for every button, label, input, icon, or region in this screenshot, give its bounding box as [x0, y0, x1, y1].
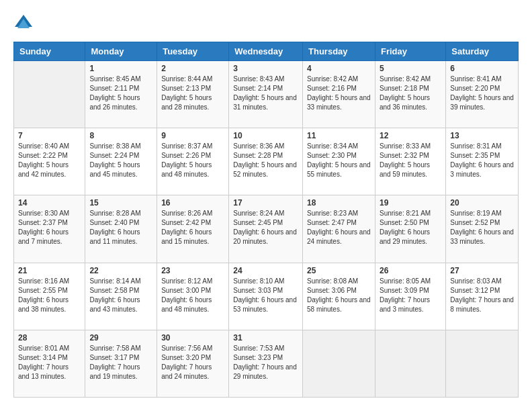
- day-number: 23: [161, 266, 224, 275]
- day-number: 7: [18, 131, 81, 140]
- day-info: Sunrise: 8:24 AM Sunset: 2:45 PM Dayligh…: [233, 209, 298, 246]
- calendar-day: 29 Sunrise: 7:58 AM Sunset: 3:17 PM Dayl…: [85, 330, 157, 397]
- calendar-day: 27 Sunrise: 8:03 AM Sunset: 3:12 PM Dayl…: [446, 263, 519, 330]
- day-info: Sunrise: 8:44 AM Sunset: 2:13 PM Dayligh…: [161, 75, 224, 112]
- day-number: 18: [307, 198, 371, 208]
- day-info: Sunrise: 8:41 AM Sunset: 2:20 PM Dayligh…: [450, 75, 514, 112]
- day-info: Sunrise: 8:10 AM Sunset: 3:03 PM Dayligh…: [233, 277, 298, 314]
- day-info: Sunrise: 8:12 AM Sunset: 3:00 PM Dayligh…: [161, 277, 224, 314]
- calendar-day: 6 Sunrise: 8:41 AM Sunset: 2:20 PM Dayli…: [446, 61, 519, 128]
- day-number: 14: [18, 198, 81, 208]
- calendar-week: 14 Sunrise: 8:30 AM Sunset: 2:37 PM Dayl…: [14, 195, 519, 263]
- day-info: Sunrise: 7:58 AM Sunset: 3:17 PM Dayligh…: [89, 344, 152, 381]
- calendar-day: 25 Sunrise: 8:08 AM Sunset: 3:06 PM Dayl…: [303, 263, 375, 330]
- day-info: Sunrise: 8:42 AM Sunset: 2:18 PM Dayligh…: [380, 75, 441, 112]
- calendar-day: 21 Sunrise: 8:16 AM Sunset: 2:55 PM Dayl…: [14, 263, 85, 330]
- day-info: Sunrise: 8:33 AM Sunset: 2:32 PM Dayligh…: [380, 142, 441, 179]
- day-number: 17: [233, 198, 298, 208]
- day-number: 24: [233, 266, 298, 275]
- calendar: SundayMondayTuesdayWednesdayThursdayFrid…: [13, 42, 519, 398]
- calendar-day: [14, 61, 85, 128]
- day-number: 29: [89, 333, 152, 342]
- day-info: Sunrise: 8:16 AM Sunset: 2:55 PM Dayligh…: [18, 277, 81, 314]
- logo-icon: [13, 13, 34, 34]
- weekday-header: Tuesday: [157, 42, 229, 61]
- calendar-day: 30 Sunrise: 7:56 AM Sunset: 3:20 PM Dayl…: [157, 330, 229, 397]
- day-info: Sunrise: 8:23 AM Sunset: 2:47 PM Dayligh…: [307, 209, 371, 246]
- day-info: Sunrise: 8:36 AM Sunset: 2:28 PM Dayligh…: [233, 142, 298, 179]
- calendar-day: 31 Sunrise: 7:53 AM Sunset: 3:23 PM Dayl…: [229, 330, 303, 397]
- calendar-day: 20 Sunrise: 8:19 AM Sunset: 2:52 PM Dayl…: [446, 195, 519, 263]
- weekday-header: Monday: [85, 42, 157, 61]
- calendar-day: 15 Sunrise: 8:28 AM Sunset: 2:40 PM Dayl…: [85, 195, 157, 263]
- weekday-header: Saturday: [446, 42, 519, 61]
- day-number: 28: [18, 333, 81, 342]
- calendar-day: 22 Sunrise: 8:14 AM Sunset: 2:58 PM Dayl…: [85, 263, 157, 330]
- day-number: 30: [161, 333, 224, 342]
- weekday-header: Wednesday: [229, 42, 303, 61]
- calendar-day: 16 Sunrise: 8:26 AM Sunset: 2:42 PM Dayl…: [157, 195, 229, 263]
- day-number: 2: [161, 64, 224, 73]
- day-info: Sunrise: 8:42 AM Sunset: 2:16 PM Dayligh…: [307, 75, 371, 112]
- calendar-day: 2 Sunrise: 8:44 AM Sunset: 2:13 PM Dayli…: [157, 61, 229, 128]
- weekday-header: Thursday: [303, 42, 375, 61]
- calendar-day: 24 Sunrise: 8:10 AM Sunset: 3:03 PM Dayl…: [229, 263, 303, 330]
- calendar-week: 1 Sunrise: 8:45 AM Sunset: 2:11 PM Dayli…: [14, 61, 519, 128]
- calendar-day: 11 Sunrise: 8:34 AM Sunset: 2:30 PM Dayl…: [303, 128, 375, 195]
- calendar-day: 4 Sunrise: 8:42 AM Sunset: 2:16 PM Dayli…: [303, 61, 375, 128]
- weekday-header: Friday: [375, 42, 445, 61]
- calendar-day: 7 Sunrise: 8:40 AM Sunset: 2:22 PM Dayli…: [14, 128, 85, 195]
- calendar-day: 23 Sunrise: 8:12 AM Sunset: 3:00 PM Dayl…: [157, 263, 229, 330]
- day-number: 4: [307, 64, 371, 73]
- day-info: Sunrise: 8:08 AM Sunset: 3:06 PM Dayligh…: [307, 277, 371, 314]
- calendar-day: 13 Sunrise: 8:31 AM Sunset: 2:35 PM Dayl…: [446, 128, 519, 195]
- calendar-week: 7 Sunrise: 8:40 AM Sunset: 2:22 PM Dayli…: [14, 128, 519, 195]
- calendar-day: 19 Sunrise: 8:21 AM Sunset: 2:50 PM Dayl…: [375, 195, 445, 263]
- day-number: 27: [450, 266, 514, 275]
- day-info: Sunrise: 8:19 AM Sunset: 2:52 PM Dayligh…: [450, 209, 514, 246]
- day-info: Sunrise: 8:28 AM Sunset: 2:40 PM Dayligh…: [89, 209, 152, 246]
- calendar-day: 14 Sunrise: 8:30 AM Sunset: 2:37 PM Dayl…: [14, 195, 85, 263]
- calendar-table: SundayMondayTuesdayWednesdayThursdayFrid…: [13, 42, 519, 398]
- calendar-day: 8 Sunrise: 8:38 AM Sunset: 2:24 PM Dayli…: [85, 128, 157, 195]
- calendar-week: 28 Sunrise: 8:01 AM Sunset: 3:14 PM Dayl…: [14, 330, 519, 397]
- day-number: 6: [450, 64, 514, 73]
- logo: [13, 13, 36, 34]
- day-info: Sunrise: 8:14 AM Sunset: 2:58 PM Dayligh…: [89, 277, 152, 314]
- weekday-header: Sunday: [14, 42, 85, 61]
- day-number: 19: [380, 198, 441, 208]
- day-number: 26: [380, 266, 441, 275]
- calendar-body: 1 Sunrise: 8:45 AM Sunset: 2:11 PM Dayli…: [14, 61, 519, 398]
- day-number: 11: [307, 131, 371, 140]
- calendar-day: [446, 330, 519, 397]
- day-number: 9: [161, 131, 224, 140]
- day-number: 22: [89, 266, 152, 275]
- calendar-day: [303, 330, 375, 397]
- day-info: Sunrise: 8:38 AM Sunset: 2:24 PM Dayligh…: [89, 142, 152, 179]
- day-number: 12: [380, 131, 441, 140]
- day-info: Sunrise: 7:56 AM Sunset: 3:20 PM Dayligh…: [161, 344, 224, 381]
- day-info: Sunrise: 8:45 AM Sunset: 2:11 PM Dayligh…: [89, 75, 152, 112]
- calendar-day: 10 Sunrise: 8:36 AM Sunset: 2:28 PM Dayl…: [229, 128, 303, 195]
- calendar-header: SundayMondayTuesdayWednesdayThursdayFrid…: [14, 42, 519, 61]
- day-info: Sunrise: 8:01 AM Sunset: 3:14 PM Dayligh…: [18, 344, 81, 381]
- day-info: Sunrise: 8:26 AM Sunset: 2:42 PM Dayligh…: [161, 209, 224, 246]
- calendar-day: [375, 330, 445, 397]
- day-number: 31: [233, 333, 298, 342]
- day-number: 21: [18, 266, 81, 275]
- day-info: Sunrise: 8:43 AM Sunset: 2:14 PM Dayligh…: [233, 75, 298, 112]
- day-number: 20: [450, 198, 514, 208]
- calendar-day: 17 Sunrise: 8:24 AM Sunset: 2:45 PM Dayl…: [229, 195, 303, 263]
- day-number: 8: [89, 131, 152, 140]
- day-number: 25: [307, 266, 371, 275]
- calendar-day: 12 Sunrise: 8:33 AM Sunset: 2:32 PM Dayl…: [375, 128, 445, 195]
- day-info: Sunrise: 8:30 AM Sunset: 2:37 PM Dayligh…: [18, 209, 81, 246]
- page: SundayMondayTuesdayWednesdayThursdayFrid…: [0, 0, 532, 411]
- calendar-week: 21 Sunrise: 8:16 AM Sunset: 2:55 PM Dayl…: [14, 263, 519, 330]
- day-info: Sunrise: 7:53 AM Sunset: 3:23 PM Dayligh…: [233, 344, 298, 381]
- day-number: 13: [450, 131, 514, 140]
- calendar-day: 18 Sunrise: 8:23 AM Sunset: 2:47 PM Dayl…: [303, 195, 375, 263]
- day-number: 16: [161, 198, 224, 208]
- day-number: 10: [233, 131, 298, 140]
- day-number: 5: [380, 64, 441, 73]
